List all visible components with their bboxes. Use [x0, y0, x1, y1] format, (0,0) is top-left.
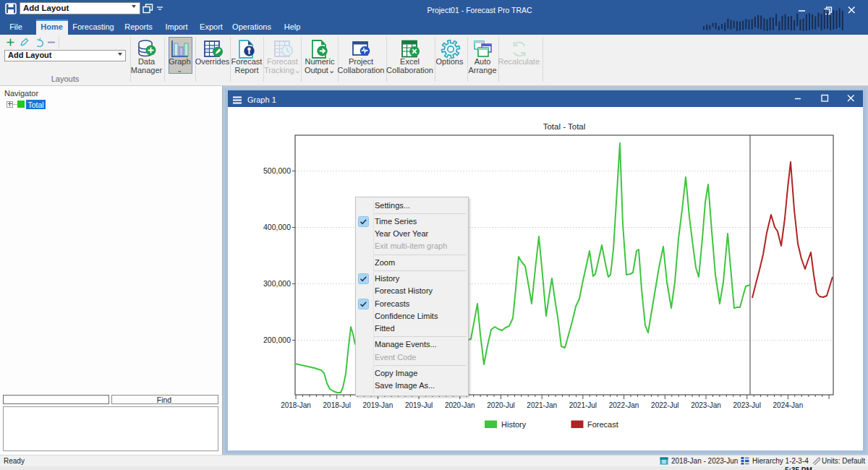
svg-text:2023-Jul: 2023-Jul: [733, 401, 761, 409]
svg-text:2022-Jul: 2022-Jul: [651, 401, 678, 409]
svg-text:Total - Total: Total - Total: [543, 122, 586, 131]
svg-text:2018-Jan: 2018-Jan: [281, 401, 311, 409]
svg-text:500,000: 500,000: [263, 166, 291, 175]
svg-text:2022-Jan: 2022-Jan: [609, 401, 639, 409]
svg-text:2024-Jan: 2024-Jan: [773, 401, 804, 409]
svg-text:2021-Jan: 2021-Jan: [527, 401, 557, 409]
svg-text:2019-Jul: 2019-Jul: [405, 401, 433, 409]
svg-text:2020-Jan: 2020-Jan: [445, 401, 475, 409]
svg-text:300,000: 300,000: [263, 279, 291, 288]
svg-text:History: History: [501, 420, 527, 429]
svg-text:Forecast: Forecast: [587, 420, 618, 429]
svg-text:2019-Jan: 2019-Jan: [363, 401, 393, 409]
svg-text:200,000: 200,000: [263, 336, 291, 344]
svg-text:2018-Jul: 2018-Jul: [323, 401, 351, 409]
svg-text:400,000: 400,000: [263, 223, 291, 231]
svg-text:2023-Jan: 2023-Jan: [691, 401, 721, 409]
svg-text:2021-Jul: 2021-Jul: [569, 401, 597, 409]
svg-text:2020-Jul: 2020-Jul: [487, 401, 514, 409]
